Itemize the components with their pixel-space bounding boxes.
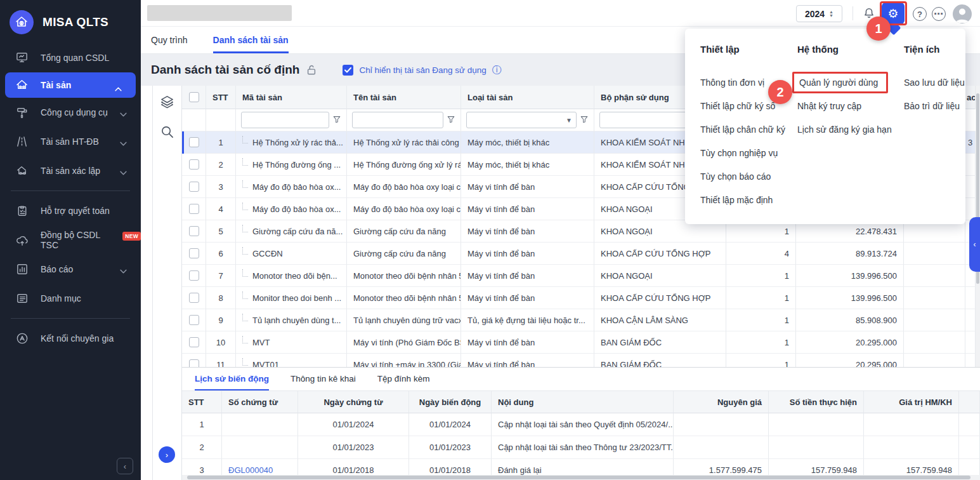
code-text: GCCĐN: [252, 249, 283, 258]
menu-item[interactable]: Tùy chọn nghiệp vụ: [700, 141, 797, 164]
row-checkbox[interactable]: [189, 337, 199, 347]
menu-item[interactable]: Bảo trì dữ liệu: [904, 94, 965, 117]
filter-input-name[interactable]: [352, 112, 443, 128]
sidebar-item-tools[interactable]: Công cụ dụng cụ: [0, 98, 141, 127]
info-icon[interactable]: ⓘ: [492, 64, 502, 76]
menu-column-2: Hệ thốngQuản lý người dùngNhật ký truy c…: [797, 44, 904, 224]
cell-stt: 2: [182, 436, 222, 459]
menu-item[interactable]: Thiết lập mặc định: [700, 188, 797, 211]
more-button[interactable]: ⋯: [931, 6, 946, 22]
tab-danh-sach-tai-san[interactable]: Danh sách tài sản: [213, 27, 289, 53]
filter-cell-code: [236, 109, 347, 131]
code-text: Hệ Thống đường ống ...: [252, 160, 341, 170]
cell-qty: 1: [726, 309, 796, 331]
cell-stt: 1: [182, 413, 222, 436]
filter-funnel-icon[interactable]: [332, 115, 341, 126]
cell-stt: 6: [206, 243, 236, 265]
active-assets-filter[interactable]: Chỉ hiển thị tài sản Đang sử dụng ⓘ: [343, 64, 501, 76]
horizontal-scrollbar[interactable]: [182, 475, 980, 480]
document-link[interactable]: ĐGL000040: [228, 465, 273, 475]
cell-code: Máy đo độ bảo hòa ox...: [236, 176, 347, 198]
row-checkbox[interactable]: [189, 293, 199, 303]
tab-quy-trinh[interactable]: Quy trình: [151, 27, 188, 53]
sidebar-divider: [11, 318, 130, 319]
cell-name: Máy vi tính +máy in 3300 (Giá...: [347, 354, 461, 367]
filter-select-type[interactable]: ▼: [466, 112, 577, 128]
tree-indent: [242, 314, 248, 321]
sidebar-item-catalog[interactable]: Danh mục: [0, 284, 141, 313]
table-row[interactable]: 7Monotor theo dõi bện...Monotor theo dõi…: [182, 265, 976, 287]
detail-tab-1[interactable]: Thông tin kê khai: [291, 368, 356, 390]
sidebar-item-label: Công cụ dụng cụ: [41, 107, 108, 117]
year-spinner-icon[interactable]: ▲▼: [829, 10, 833, 18]
cell-stt: 4: [206, 198, 236, 220]
column-header-stt: STT: [206, 86, 236, 109]
filter-funnel-icon[interactable]: [447, 115, 455, 126]
cell-code: Monitor theo doi benh ...: [236, 287, 347, 309]
established-icon: [15, 164, 29, 178]
cell-name: Monotor theo dõi bệnh nhân 5 ...: [347, 265, 461, 287]
table-row[interactable]: 9Tủ lạnh chuyên dùng t...Tủ lạnh chuyên …: [182, 309, 976, 331]
menu-item[interactable]: Thiết lập chân chữ ký: [700, 117, 797, 141]
table-row[interactable]: 6GCCĐNGiường cấp cứu đa năngMáy vi tính …: [182, 243, 976, 265]
select-all-checkbox[interactable]: [189, 92, 199, 102]
detail-row[interactable]: 101/01/202401/01/2024Cập nhật loại tài s…: [182, 413, 980, 436]
detail-tab-2[interactable]: Tệp đính kèm: [377, 368, 430, 390]
layers-button[interactable]: [160, 95, 174, 111]
new-badge: NEW: [122, 232, 141, 241]
row-checkbox[interactable]: [189, 359, 199, 367]
menu-item[interactable]: Sao lưu dữ liệu: [904, 70, 965, 94]
cell-stt: 10: [206, 331, 236, 354]
cell-name: Monotor theo dõi bệnh nhân 5 ...: [347, 287, 461, 309]
cell-checkbox: [182, 243, 206, 265]
cell-stt: 7: [206, 265, 236, 287]
cell-department: KHOA CẤP CỨU TỔNG HỢP: [594, 287, 726, 309]
user-avatar[interactable]: [953, 4, 972, 23]
table-row[interactable]: 8Monitor theo doi benh ...Monotor theo d…: [182, 287, 976, 309]
checkbox-checked-icon[interactable]: [343, 65, 353, 76]
sidebar-item-expert[interactable]: Kết nối chuyên gia: [0, 324, 141, 353]
horizontal-scrollbar-thumb[interactable]: [187, 476, 970, 479]
tree-indent: [242, 225, 248, 232]
menu-item[interactable]: Quản lý người dùng: [797, 70, 904, 94]
help-button[interactable]: ?: [912, 6, 927, 22]
menu-column-1: Thiết lậpThông tin đơn vịThiết lập chữ k…: [700, 44, 797, 224]
menu-item[interactable]: Tùy chọn báo cáo: [700, 164, 797, 188]
row-checkbox[interactable]: [189, 159, 199, 170]
row-checkbox[interactable]: [189, 182, 199, 192]
row-checkbox[interactable]: [189, 137, 199, 147]
unlock-icon[interactable]: [306, 64, 317, 76]
sidebar-item-established[interactable]: Tài sản xác lập: [0, 156, 141, 185]
row-checkbox[interactable]: [189, 226, 199, 236]
tree-indent: [242, 291, 248, 299]
chevron-down-icon: [120, 138, 127, 148]
expand-panel-button[interactable]: ›: [159, 446, 175, 463]
row-checkbox[interactable]: [189, 248, 199, 258]
sidebar-item-infrastructure[interactable]: Tài sản HT-ĐB: [0, 127, 141, 156]
menu-item[interactable]: Lịch sử đăng ký gia hạn: [797, 117, 904, 141]
table-row[interactable]: 10MVTMáy vi tính (Phó Giám Đốc BS ...Máy…: [182, 331, 976, 354]
sidebar-item-settlement[interactable]: Hỗ trợ quyết toán: [0, 196, 141, 225]
sidebar-item-assets[interactable]: Tài sản: [5, 72, 136, 98]
sidebar-item-reports[interactable]: Báo cáo: [0, 255, 141, 284]
collapse-right-panel-button[interactable]: ‹: [969, 217, 980, 272]
sidebar-collapse-button[interactable]: ‹: [117, 458, 133, 474]
chevron-left-icon: ‹: [974, 240, 976, 249]
year-selector[interactable]: 2024 ▲▼: [796, 5, 842, 22]
row-checkbox[interactable]: [189, 270, 199, 281]
cell-change-date: 01/01/2023: [409, 436, 492, 459]
filter-input-code[interactable]: [241, 112, 329, 128]
sidebar-item-overview[interactable]: Tổng quan CSDL: [0, 43, 141, 72]
row-checkbox[interactable]: [189, 204, 199, 214]
detail-row[interactable]: 201/01/202301/01/2023Cập nhật loại tài s…: [182, 436, 980, 459]
filter-cell-stt: [206, 109, 236, 131]
chevron-left-icon: ‹: [124, 462, 126, 471]
menu-item[interactable]: Nhật ký truy cập: [797, 94, 904, 117]
table-row[interactable]: 11MVT01Máy vi tính +máy in 3300 (Giá...M…: [182, 354, 976, 367]
search-button[interactable]: [160, 125, 174, 140]
cell-type: Máy móc, thiết bị khác: [461, 131, 594, 154]
row-checkbox[interactable]: [189, 315, 199, 325]
detail-tab-0[interactable]: Lịch sử biến động: [195, 368, 269, 390]
filter-funnel-icon[interactable]: [580, 115, 589, 126]
sidebar-item-sync[interactable]: Đồng bộ CSDL TSCNEW: [0, 225, 141, 255]
